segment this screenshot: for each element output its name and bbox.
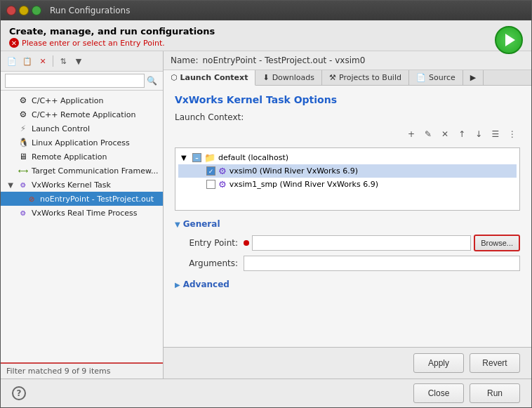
maximize-window-button[interactable] xyxy=(32,6,41,15)
tab-launch-context-label: Launch Context xyxy=(180,73,248,82)
more-button[interactable]: ▼ xyxy=(72,54,86,68)
close-button[interactable]: Close xyxy=(413,383,464,403)
tree-item-vxworks-kernel[interactable]: ▼ ⚙ VxWorks Kernel Task xyxy=(1,178,163,192)
advanced-label: Advanced xyxy=(183,279,230,289)
search-input[interactable] xyxy=(5,74,145,88)
general-label: General xyxy=(183,219,220,229)
expand-icon xyxy=(6,166,15,175)
title-bar: Run Configurations xyxy=(1,1,531,20)
run-quick-button[interactable] xyxy=(495,26,523,54)
ctx-vxsim0-icon: ⚙ xyxy=(218,166,227,176)
search-clear-button[interactable]: 🔍 xyxy=(145,74,159,88)
downloads-icon: ⬇ xyxy=(262,73,269,82)
no-entry-icon: ⊘ xyxy=(26,193,37,204)
ctx-item-vxsim1[interactable]: ⚙ vxsim1_smp (Wind River VxWorks 6.9) xyxy=(178,178,517,191)
tree-item-label: noEntryPoint - TestProject.out xyxy=(40,195,154,204)
arguments-input[interactable] xyxy=(244,256,520,271)
context-tree: ▼ – 📁 default (localhost) ✓ ⚙ vxsim0 xyxy=(175,147,520,211)
ctx-checkbox-vxsim1[interactable] xyxy=(206,180,215,189)
ctx-more2-button[interactable]: ⋮ xyxy=(505,126,520,142)
ctx-item-default[interactable]: ▼ – 📁 default (localhost) xyxy=(178,151,517,164)
revert-button[interactable]: Revert xyxy=(470,353,520,373)
tree-item-remote-app[interactable]: 🖥 Remote Application xyxy=(1,150,163,164)
tab-launch-context[interactable]: ⬡ Launch Context xyxy=(164,70,255,86)
tree-item-label: Linux Application Process xyxy=(32,138,130,147)
tree-item-linux-app[interactable]: 🐧 Linux Application Process xyxy=(1,136,163,150)
ctx-checkbox-vxsim0[interactable]: ✓ xyxy=(206,166,215,176)
browse-button[interactable]: Browse... xyxy=(474,235,520,251)
tab-projects-to-build[interactable]: ⚒ Projects to Build xyxy=(322,70,409,85)
expand-icon xyxy=(6,152,15,161)
ctx-up-button[interactable]: ↑ xyxy=(454,126,470,142)
tree-item-label: Target Communication Framew... xyxy=(32,166,158,176)
expand-icon xyxy=(6,110,15,119)
tree-item-no-entry[interactable]: ⊘ noEntryPoint - TestProject.out xyxy=(1,192,163,206)
tab-source[interactable]: 📄 Source xyxy=(409,70,463,85)
minimize-window-button[interactable] xyxy=(19,6,29,15)
ctx-item-folder-icon: 📁 xyxy=(204,152,215,163)
delete-config-button[interactable]: ✕ xyxy=(36,54,50,68)
tab-section-title: VxWorks Kernel Task Options xyxy=(175,94,520,105)
expand-icon xyxy=(6,138,15,147)
search-box: 🔍 xyxy=(1,72,163,91)
tab-source-label: Source xyxy=(429,73,455,82)
launch-context-label: Launch Context: xyxy=(175,112,520,122)
error-message: Please enter or select an Entry Point. xyxy=(22,39,165,48)
advanced-arrow-icon: ▶ xyxy=(175,281,180,289)
tree-item-label: Remote Application xyxy=(32,152,107,162)
filter-status-text: Filter matched 9 of 9 items xyxy=(6,367,110,376)
ctx-add-button[interactable]: + xyxy=(404,126,419,142)
tabs-bar: ⬡ Launch Context ⬇ Downloads ⚒ Projects … xyxy=(164,70,531,86)
ctx-down-button[interactable]: ↓ xyxy=(471,126,486,142)
ctx-checkbox-default[interactable]: – xyxy=(192,153,201,162)
filter-button[interactable]: ⇅ xyxy=(56,54,70,68)
tree-item-target-comm[interactable]: ⟷ Target Communication Framew... xyxy=(1,164,163,178)
tab-downloads[interactable]: ⬇ Downloads xyxy=(255,70,322,85)
general-section: ▼ General Entry Point: Browse... Argumen… xyxy=(175,219,520,271)
tree-item-cpp-remote[interactable]: ⚙ C/C++ Remote Application xyxy=(1,107,163,121)
tree-item-label: Launch Control xyxy=(32,124,90,133)
filter-status: Filter matched 9 of 9 items xyxy=(1,362,163,379)
close-window-button[interactable] xyxy=(6,6,16,15)
run-button[interactable]: Run xyxy=(470,383,520,403)
tree-item-launch-control[interactable]: ⚡ Launch Control xyxy=(1,121,163,136)
entry-point-input[interactable] xyxy=(252,235,471,251)
apply-button[interactable]: Apply xyxy=(413,353,464,373)
expand-arrow: ▼ xyxy=(181,154,189,162)
source-icon: 📄 xyxy=(416,73,426,82)
tree-item-vxworks-rt[interactable]: ⚙ VxWorks Real Time Process xyxy=(1,206,163,220)
name-bar: Name: noEntryPoint - TestProject.out - v… xyxy=(164,51,531,70)
header-error: ✕ Please enter or select an Entry Point. xyxy=(9,38,523,48)
advanced-section: ▶ Advanced xyxy=(175,279,520,289)
advanced-section-header[interactable]: ▶ Advanced xyxy=(175,279,520,289)
config-name-value: noEntryPoint - TestProject.out - vxsim0 xyxy=(202,55,365,65)
ctx-vxsim1-icon: ⚙ xyxy=(218,179,227,190)
tree-item-label: VxWorks Kernel Task xyxy=(32,180,111,190)
expand-icon xyxy=(15,195,23,203)
tab-more[interactable]: ▶ xyxy=(463,70,484,85)
general-section-header[interactable]: ▼ General xyxy=(175,219,520,229)
arguments-label: Arguments: xyxy=(175,258,238,268)
action-bar: Apply Revert xyxy=(164,347,531,379)
tab-more-label: ▶ xyxy=(470,73,476,82)
ctx-columns-button[interactable]: ☰ xyxy=(488,126,503,142)
cpp-remote-icon: ⚙ xyxy=(18,109,29,120)
help-button[interactable]: ? xyxy=(12,386,26,400)
tree-item-cpp-app[interactable]: ⚙ C/C++ Application xyxy=(1,93,163,107)
ctx-item-label: default (localhost) xyxy=(218,153,288,162)
tree-item-label: C/C++ Application xyxy=(32,96,103,105)
ctx-item-vxsim0[interactable]: ✓ ⚙ vxsim0 (Wind River VxWorks 6.9) xyxy=(178,164,517,178)
window-controls[interactable] xyxy=(6,6,41,15)
new-config-button[interactable]: 📄 xyxy=(5,54,19,68)
context-toolbar: + ✎ ✕ ↑ ↓ ☰ ⋮ xyxy=(404,126,520,142)
ctx-remove-button[interactable]: ✕ xyxy=(437,126,453,142)
copy-config-button[interactable]: 📋 xyxy=(20,54,34,68)
left-toolbar: 📄 📋 ✕ ⇅ ▼ xyxy=(1,51,163,72)
entry-point-row: Entry Point: Browse... xyxy=(175,235,520,251)
launch-control-icon: ⚡ xyxy=(18,123,29,134)
header-title: Create, manage, and run configurations xyxy=(9,26,523,37)
ctx-edit-button[interactable]: ✎ xyxy=(420,126,436,142)
name-label: Name: xyxy=(171,55,198,65)
vxworks-rt-icon: ⚙ xyxy=(18,207,29,218)
vxworks-kernel-icon: ⚙ xyxy=(18,179,29,190)
